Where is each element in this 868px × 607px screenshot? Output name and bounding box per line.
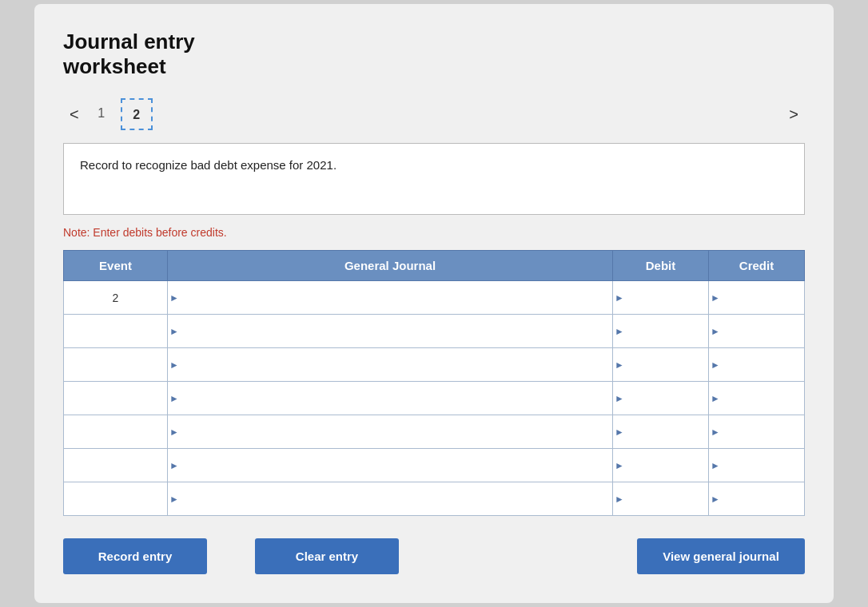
col-header-credit: Credit xyxy=(709,251,805,281)
arrow-icon: ► xyxy=(711,426,720,438)
tab-2[interactable]: 2 xyxy=(121,98,153,130)
arrow-icon: ► xyxy=(615,326,624,337)
arrow-icon: ► xyxy=(615,426,624,438)
arrow-icon: ► xyxy=(711,359,720,371)
record-entry-button[interactable]: Record entry xyxy=(63,538,207,574)
event-cell xyxy=(64,415,168,449)
debit-cell[interactable]: ► xyxy=(613,348,709,382)
arrow-icon: ► xyxy=(615,494,624,505)
table-row: ► ► ► xyxy=(64,482,805,516)
debit-cell[interactable]: ► xyxy=(613,281,709,315)
credit-cell[interactable]: ► xyxy=(709,415,805,449)
event-cell xyxy=(64,348,168,382)
table-row: 2 ► ► ► xyxy=(64,281,805,315)
prev-arrow[interactable]: < xyxy=(63,102,86,127)
table-row: ► ► ► xyxy=(64,315,805,348)
journal-cell[interactable]: ► xyxy=(168,315,613,348)
credit-cell[interactable]: ► xyxy=(709,348,805,382)
col-header-debit: Debit xyxy=(613,251,709,281)
journal-cell[interactable]: ► xyxy=(168,382,613,415)
table-row: ► ► ► xyxy=(64,348,805,382)
table-row: ► ► ► xyxy=(64,382,805,415)
debit-cell[interactable]: ► xyxy=(613,415,709,449)
view-general-journal-button[interactable]: View general journal xyxy=(637,538,805,574)
table-row: ► ► ► xyxy=(64,415,805,449)
description-text: Record to recognize bad debt expense for… xyxy=(80,158,336,172)
clear-entry-button[interactable]: Clear entry xyxy=(255,538,399,574)
debit-cell[interactable]: ► xyxy=(613,449,709,482)
debit-cell[interactable]: ► xyxy=(613,482,709,516)
arrow-icon: ► xyxy=(169,292,179,304)
table-row: ► ► ► xyxy=(64,449,805,482)
next-arrow[interactable]: > xyxy=(782,102,805,127)
journal-cell[interactable]: ► xyxy=(168,482,613,516)
credit-cell[interactable]: ► xyxy=(709,449,805,482)
col-header-general-journal: General Journal xyxy=(168,251,613,281)
arrow-icon: ► xyxy=(169,326,179,337)
event-cell xyxy=(64,315,168,348)
col-header-event: Event xyxy=(64,251,168,281)
arrow-icon: ► xyxy=(711,393,720,404)
journal-cell[interactable]: ► xyxy=(168,281,613,315)
arrow-icon: ► xyxy=(169,359,179,371)
arrow-icon: ► xyxy=(615,460,624,471)
arrow-icon: ► xyxy=(711,292,720,304)
event-cell xyxy=(64,482,168,516)
nav-row: < 1 2 > xyxy=(63,98,805,130)
event-cell: 2 xyxy=(64,281,168,315)
arrow-icon: ► xyxy=(169,426,179,438)
arrow-icon: ► xyxy=(711,494,720,505)
arrow-icon: ► xyxy=(711,326,720,337)
arrow-icon: ► xyxy=(169,393,179,404)
arrow-icon: ► xyxy=(169,494,179,505)
arrow-icon: ► xyxy=(615,393,624,404)
credit-cell[interactable]: ► xyxy=(709,281,805,315)
note-text: Note: Enter debits before credits. xyxy=(63,226,805,239)
page-title: Journal entry worksheet xyxy=(63,30,805,79)
journal-cell[interactable]: ► xyxy=(168,415,613,449)
main-container: Journal entry worksheet < 1 2 > Record t… xyxy=(34,4,834,603)
debit-cell[interactable]: ► xyxy=(613,315,709,348)
description-box: Record to recognize bad debt expense for… xyxy=(63,143,805,215)
journal-cell[interactable]: ► xyxy=(168,449,613,482)
journal-cell[interactable]: ► xyxy=(168,348,613,382)
credit-cell[interactable]: ► xyxy=(709,482,805,516)
journal-table: Event General Journal Debit Credit 2 ► ►… xyxy=(63,250,805,516)
credit-cell[interactable]: ► xyxy=(709,382,805,415)
button-row: Record entry Clear entry View general jo… xyxy=(63,538,805,574)
arrow-icon: ► xyxy=(615,292,624,304)
tab-1[interactable]: 1 xyxy=(86,98,117,130)
credit-cell[interactable]: ► xyxy=(709,315,805,348)
arrow-icon: ► xyxy=(169,460,179,471)
arrow-icon: ► xyxy=(711,460,720,471)
arrow-icon: ► xyxy=(615,359,624,371)
event-cell xyxy=(64,382,168,415)
event-cell xyxy=(64,449,168,482)
debit-cell[interactable]: ► xyxy=(613,382,709,415)
